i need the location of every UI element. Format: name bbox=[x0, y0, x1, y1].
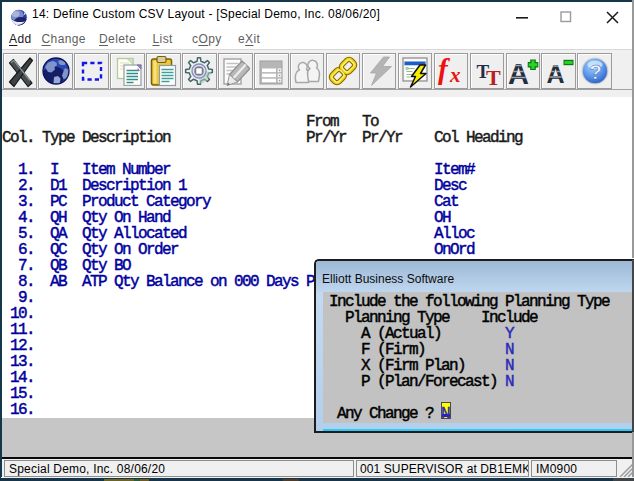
svg-text:x: x bbox=[449, 63, 461, 87]
svg-text:A: A bbox=[546, 60, 564, 86]
svg-text:?: ? bbox=[589, 61, 601, 83]
svg-text:T: T bbox=[486, 65, 501, 87]
